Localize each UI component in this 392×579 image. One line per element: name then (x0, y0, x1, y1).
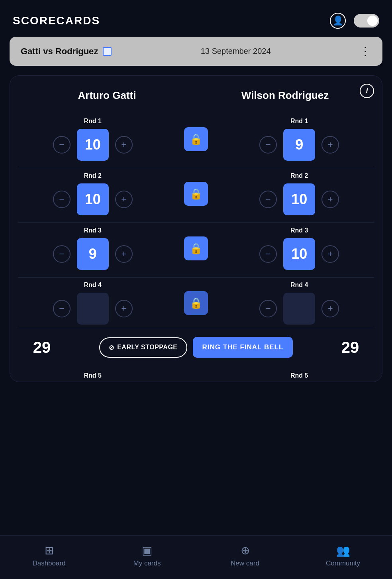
fighter-right-rnd2: Rnd 2 − 10 + (225, 172, 374, 215)
score-right-rnd4 (283, 293, 315, 325)
total-score-right: 29 (334, 339, 366, 356)
fighter-left-rnd1: Rnd 1 − 10 + (18, 118, 167, 161)
increase-right-rnd2[interactable]: + (321, 191, 339, 208)
fighter-left-name: Arturo Gatti (51, 89, 163, 102)
increase-right-rnd4[interactable]: + (321, 300, 339, 317)
ban-icon: ⊘ (109, 344, 114, 351)
fighter-right-rnd1: Rnd 1 − 9 + (225, 118, 374, 161)
total-score-left: 29 (26, 339, 58, 356)
center-lock-rnd1: 🔒 (167, 127, 224, 151)
lock-rnd1[interactable]: 🔒 (184, 127, 208, 151)
rnd5-label-right: Rnd 5 (225, 372, 374, 379)
lock-rnd2[interactable]: 🔒 (184, 182, 208, 206)
score-left-rnd2: 10 (77, 183, 109, 215)
lock-rnd4[interactable]: 🔒 (184, 291, 208, 315)
round-label: Rnd 1 (84, 118, 102, 125)
decrease-right-rnd3[interactable]: − (259, 245, 277, 263)
score-controls: − 9 + (259, 129, 339, 161)
score-left-rnd1: 10 (77, 129, 109, 161)
fighter-left-rnd3: Rnd 3 − 9 + (18, 227, 167, 270)
user-icon[interactable]: 👤 (330, 13, 346, 29)
community-icon: 👥 (336, 544, 350, 557)
score-controls: − + (53, 293, 133, 325)
rnd5-label-left: Rnd 5 (18, 372, 167, 379)
bottom-bar: 29 ⊘ EARLY STOPPAGE RING THE FINAL BELL … (18, 328, 374, 366)
round-row: Rnd 4 − + 🔒 Rnd 4 − + (18, 278, 374, 328)
round-row: Rnd 3 − 9 + 🔒 Rnd 3 − 10 + (18, 223, 374, 278)
decrease-right-rnd4[interactable]: − (259, 300, 277, 317)
score-controls: − 10 + (53, 183, 133, 215)
info-icon[interactable]: i (360, 84, 374, 98)
fight-name: Gatti vs Rodriguez (21, 46, 112, 57)
nav-item-mycards[interactable]: ▣ My cards (98, 536, 196, 579)
increase-right-rnd3[interactable]: + (321, 245, 339, 263)
increase-left-rnd1[interactable]: + (115, 136, 133, 154)
round-label: Rnd 3 (290, 227, 308, 234)
fight-menu-button[interactable]: ⋮ (360, 45, 371, 58)
fight-date: 13 September 2024 (201, 47, 271, 56)
nav-label-dashboard: Dashboard (32, 559, 65, 567)
early-stoppage-button[interactable]: ⊘ EARLY STOPPAGE (99, 337, 187, 358)
rnd5-peek: Rnd 5 Rnd 5 (18, 366, 374, 382)
nav-item-community[interactable]: 👥 Community (294, 536, 392, 579)
decrease-left-rnd2[interactable]: − (53, 191, 71, 208)
round-label: Rnd 2 (290, 172, 308, 179)
lock-rnd3[interactable]: 🔒 (184, 236, 208, 260)
decrease-right-rnd1[interactable]: − (259, 136, 277, 154)
header: SCORECARDS 👤 🔔 (0, 0, 392, 37)
score-controls: − 10 + (259, 238, 339, 270)
increase-right-rnd1[interactable]: + (321, 136, 339, 154)
rounds-container: Rnd 1 − 10 + 🔒 Rnd 1 − 9 + (18, 114, 374, 328)
decrease-right-rnd2[interactable]: − (259, 191, 277, 208)
ring-bell-button[interactable]: RING THE FINAL BELL (193, 337, 293, 358)
fight-box-icon (103, 47, 112, 56)
round-row: Rnd 2 − 10 + 🔒 Rnd 2 − 10 + (18, 168, 374, 223)
nav-label-community: Community (326, 559, 360, 567)
score-controls: − 10 + (259, 183, 339, 215)
fight-selector: Gatti vs Rodriguez 13 September 2024 ⋮ (10, 37, 382, 66)
decrease-left-rnd1[interactable]: − (53, 136, 71, 154)
score-left-rnd3: 9 (77, 238, 109, 270)
round-row: Rnd 1 − 10 + 🔒 Rnd 1 − 9 + (18, 114, 374, 168)
round-label: Rnd 1 (290, 118, 308, 125)
fighters-header: Arturo Gatti Wilson Rodriguez (18, 85, 374, 102)
nav-item-newcard[interactable]: ⊕ New card (196, 536, 294, 579)
round-label: Rnd 3 (84, 227, 102, 234)
score-right-rnd2: 10 (283, 183, 315, 215)
nav-label-newcard: New card (231, 559, 259, 567)
fighter-left-rnd2: Rnd 2 − 10 + (18, 172, 167, 215)
score-right-rnd1: 9 (283, 129, 315, 161)
fighter-right-rnd4: Rnd 4 − + (225, 282, 374, 325)
bottom-actions: ⊘ EARLY STOPPAGE RING THE FINAL BELL (58, 337, 334, 358)
round-label: Rnd 4 (290, 282, 308, 289)
score-controls: − + (259, 293, 339, 325)
app-title: SCORECARDS (13, 14, 100, 27)
nav-item-dashboard[interactable]: ⊞ Dashboard (0, 536, 98, 579)
score-controls: − 10 + (53, 129, 133, 161)
score-right-rnd3: 10 (283, 238, 315, 270)
score-controls: − 9 + (53, 238, 133, 270)
dark-mode-toggle[interactable]: 🔔 (354, 14, 379, 28)
mycards-icon: ▣ (142, 544, 152, 557)
decrease-left-rnd4[interactable]: − (53, 300, 71, 317)
bottom-nav: ⊞ Dashboard ▣ My cards ⊕ New card 👥 Comm… (0, 535, 392, 579)
increase-left-rnd2[interactable]: + (115, 191, 133, 208)
nav-label-mycards: My cards (133, 559, 161, 567)
decrease-left-rnd3[interactable]: − (53, 245, 71, 263)
newcard-icon: ⊕ (241, 544, 250, 557)
center-lock-rnd3: 🔒 (167, 236, 224, 260)
round-label: Rnd 4 (84, 282, 102, 289)
fighter-left-rnd4: Rnd 4 − + (18, 282, 167, 325)
fighter-right-rnd3: Rnd 3 − 10 + (225, 227, 374, 270)
score-left-rnd4 (77, 293, 109, 325)
center-lock-rnd4: 🔒 (167, 291, 224, 315)
header-actions: 👤 🔔 (330, 13, 379, 29)
dashboard-icon: ⊞ (45, 544, 54, 557)
round-label: Rnd 2 (84, 172, 102, 179)
increase-left-rnd4[interactable]: + (115, 300, 133, 317)
increase-left-rnd3[interactable]: + (115, 245, 133, 263)
center-lock-rnd2: 🔒 (167, 182, 224, 206)
scorecard-card: i Arturo Gatti Wilson Rodriguez Rnd 1 − … (10, 75, 382, 382)
fighter-right-name: Wilson Rodriguez (229, 89, 341, 102)
